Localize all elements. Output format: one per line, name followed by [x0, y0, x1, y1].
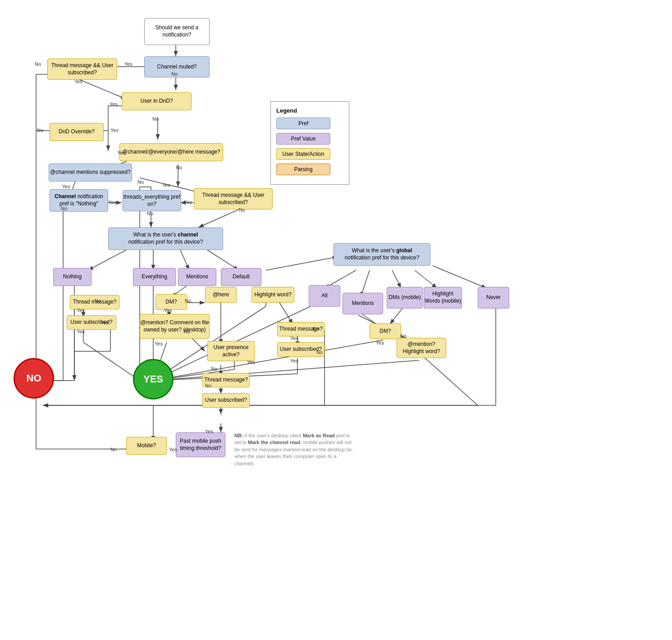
mentions-global-label: Mentions	[352, 300, 374, 307]
legend-user-state-color: User State/Action	[276, 148, 330, 160]
legend-pref-label: Pref	[298, 120, 308, 127]
label-yes-ch-sup: Yes	[62, 184, 70, 189]
svg-line-51	[83, 342, 140, 381]
svg-line-58	[279, 303, 293, 324]
thread-msg-subscribed-1-node: Thread message && User subscribed?	[47, 59, 117, 80]
legend-pref-value-color: Pref Value	[276, 133, 330, 145]
yes-circle: YES	[133, 359, 174, 399]
past-mobile-label: Past mobile push timing threshold?	[176, 438, 225, 452]
channel-mentions-suppressed-node: @channel mentions suppressed?	[49, 163, 132, 182]
diagram-container: Should we send a notification? Channel m…	[0, 0, 672, 640]
dm-q2-node: DM?	[370, 323, 401, 339]
channel-everyone-node: @channel/@everyone/@here message?	[119, 143, 223, 161]
svg-line-75	[153, 340, 383, 381]
default-label: Default	[233, 273, 250, 281]
dnd-override-label: DnD Override?	[59, 128, 95, 136]
legend-user-state: User State/Action	[276, 148, 343, 160]
svg-line-32	[207, 250, 239, 270]
user-presence-label: User presence active?	[208, 344, 254, 358]
user-presence-node: User presence active?	[207, 341, 255, 361]
thread-msg-q1-node: Thread message?	[70, 295, 119, 309]
thread-msg-q4-label: Thread message?	[204, 377, 248, 384]
channel-notif-nothing-node: Channel notificationpref is "Nothing"	[50, 189, 108, 212]
user-subscribed-q4-node: User subscribed?	[202, 393, 250, 408]
legend-user-state-label: User State/Action	[282, 151, 324, 157]
thread-msg-q4-node: Thread message?	[202, 373, 250, 387]
label-yes-mention1: Yes	[155, 341, 163, 346]
user-subscribed-q3-node: User subscribed?	[277, 342, 325, 357]
all-global-node: All	[309, 285, 340, 307]
svg-line-31	[180, 250, 189, 270]
all-global-label: All	[321, 292, 327, 300]
thread-msg-q1-label: Thread message?	[73, 299, 117, 306]
user-in-dnd-node: User in DnD?	[122, 92, 192, 110]
start-label: Should we send a notification?	[147, 24, 206, 38]
default-node: Default	[221, 268, 261, 286]
user-sub-q4-label: User subscribed?	[205, 397, 247, 404]
legend-title: Legend	[276, 107, 343, 114]
thread-msg-sub2-label: Thread message && User subscribed?	[194, 192, 272, 206]
highlight-word-q1-label: Highlight word?	[254, 291, 292, 299]
label-no-ch-ev: No	[176, 165, 182, 170]
global-notif-pref-node: What is the user's globalnotification pr…	[334, 243, 430, 266]
svg-line-29	[88, 250, 126, 270]
mentions-label: Mentions	[186, 273, 208, 281]
nb-text: NB: if the user's desktop client Mark as…	[234, 432, 354, 467]
dm-q1-label: DM?	[165, 299, 177, 306]
yes-label: YES	[143, 373, 163, 386]
legend-pref: Pref	[276, 118, 343, 129]
svg-line-78	[153, 360, 419, 381]
legend-parsing-color: Parsing	[276, 163, 330, 175]
label-no-dnd: No	[152, 116, 159, 122]
legend-parsing: Parsing	[276, 163, 343, 175]
dm-q1-node: DM?	[155, 294, 187, 310]
highlight-words-mobile-node: Highlight Words (mobile)	[424, 287, 462, 309]
svg-line-28	[198, 209, 239, 227]
legend-pref-value: Pref Value	[276, 133, 343, 145]
thread-msg-q3-node: Thread message?	[277, 322, 325, 336]
label-yes-tms2: Yes	[184, 200, 192, 205]
threads-everything-label: threads_everything pref on?	[123, 194, 181, 208]
start-node: Should we send a notification?	[144, 18, 210, 45]
label-yes-sub3: Yes	[290, 358, 298, 363]
user-sub-q3-label: User subscribed?	[280, 346, 322, 353]
global-notif-pref-label: What is the user's globalnotification pr…	[345, 247, 419, 261]
dms-mobile-label: DMs (mobile)	[389, 294, 421, 301]
never-global-label: Never	[486, 294, 501, 301]
label-no-threads-ev: No	[147, 211, 153, 216]
at-here-label: @here	[213, 291, 229, 299]
threads-everything-node: threads_everything pref on?	[123, 190, 181, 211]
at-mention-q1-label: @mention? Comment on file owned by user?…	[140, 319, 209, 333]
mentions-global-node: Mentions	[343, 293, 383, 314]
channel-notif-pref-node: What is the user's channelnotification p…	[108, 227, 223, 250]
legend-pref-color: Pref	[276, 118, 330, 129]
user-in-dnd-label: User in DnD?	[140, 98, 173, 105]
channel-notif-pref-label: What is the user's channelnotification p…	[128, 231, 203, 245]
legend-box: Legend Pref Pref Value User State/Action…	[270, 101, 349, 185]
svg-line-33	[266, 257, 338, 270]
label-no-1: No	[35, 61, 41, 67]
channel-mentions-sup-label: @channel mentions suppressed?	[50, 169, 130, 176]
label-yes-dnd: Yes	[110, 101, 118, 107]
user-subscribed-q1-node: User subscribed?	[67, 315, 116, 330]
label-yes-ch-nothing: Yes	[108, 200, 116, 205]
label-yes-1: Yes	[124, 61, 133, 67]
past-mobile-threshold-node: Past mobile push timing threshold?	[176, 432, 225, 457]
channel-notif-nothing-label: Channel notificationpref is "Nothing"	[55, 193, 103, 207]
label-yes-thread-ev: Yes	[162, 182, 170, 188]
label-no-presence: No	[211, 366, 217, 372]
no-label: NO	[27, 372, 41, 385]
channel-muted-label: Channel muted?	[157, 64, 197, 71]
nb-content: NB: if the user's desktop client Mark as…	[234, 433, 353, 466]
at-mention-q2-node: @mention? Highlight word?	[397, 338, 446, 358]
mobile-q-label: Mobile?	[137, 442, 156, 449]
mentions-node: Mentions	[178, 268, 216, 286]
highlight-word-q1-node: Highlight word?	[251, 287, 294, 303]
never-global-node: Never	[478, 287, 509, 309]
dms-mobile-node: DMs (mobile)	[387, 287, 423, 309]
mobile-q-node: Mobile?	[126, 437, 167, 455]
svg-line-68	[392, 270, 401, 288]
label-no-mobile: No	[110, 447, 117, 452]
svg-line-70	[433, 266, 487, 288]
nothing-label: Nothing	[63, 273, 82, 281]
